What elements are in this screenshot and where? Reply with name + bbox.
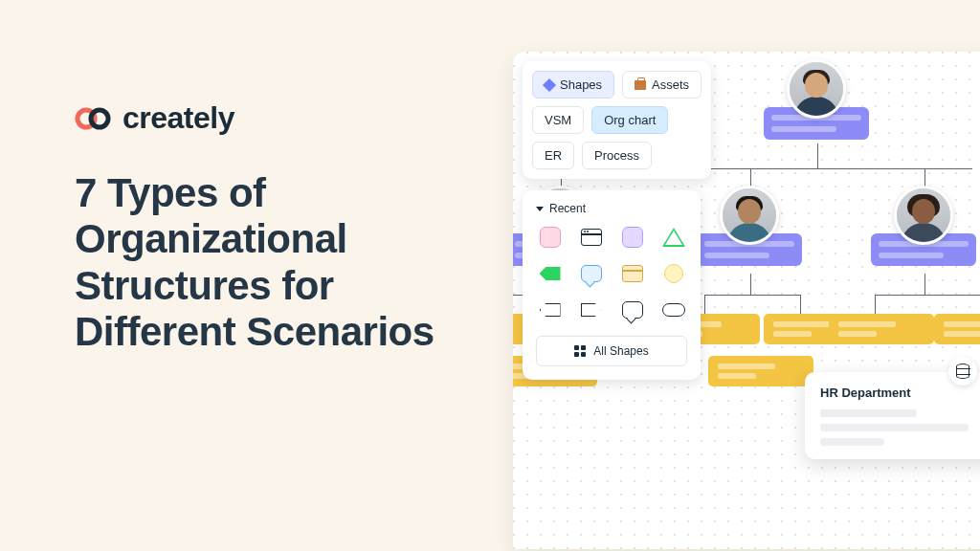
org-node-root[interactable] xyxy=(764,59,869,140)
tab-label: Shapes xyxy=(560,77,602,92)
org-node[interactable] xyxy=(697,186,802,266)
database-icon xyxy=(956,364,969,379)
all-shapes-label: All Shapes xyxy=(593,344,648,358)
shape-window[interactable] xyxy=(579,225,604,250)
placeholder-line xyxy=(820,438,884,446)
tab-label: Assets xyxy=(652,77,689,92)
shape-rounded-square[interactable] xyxy=(538,225,563,250)
shape-category-panel: Shapes Assets VSM Org chart ER Process xyxy=(523,61,711,179)
recent-header[interactable]: Recent xyxy=(536,202,687,215)
tab-er[interactable]: ER xyxy=(532,142,574,169)
hr-department-card[interactable]: HR Department xyxy=(805,372,980,459)
org-node[interactable] xyxy=(871,186,976,266)
tab-label: Org chart xyxy=(604,113,656,127)
placeholder-line xyxy=(820,424,969,431)
shape-window-2[interactable] xyxy=(620,261,645,286)
tab-assets[interactable]: Assets xyxy=(622,71,702,99)
shape-triangle[interactable] xyxy=(661,225,686,250)
org-subcard[interactable] xyxy=(934,314,980,344)
tab-org-chart[interactable]: Org chart xyxy=(591,106,668,134)
shape-pill[interactable] xyxy=(661,298,686,322)
diamond-icon xyxy=(543,77,556,91)
org-subcard[interactable] xyxy=(708,356,813,386)
caret-down-icon xyxy=(536,207,544,211)
shape-circle[interactable] xyxy=(661,261,686,286)
grid-icon xyxy=(574,345,586,357)
hr-card-title: HR Department xyxy=(820,386,980,400)
avatar xyxy=(720,186,779,245)
shape-outline-arrow-right[interactable] xyxy=(579,298,604,322)
tab-vsm[interactable]: VSM xyxy=(532,106,584,134)
tab-label: Process xyxy=(594,148,639,163)
logo: creately xyxy=(75,100,477,136)
shape-arrow-left[interactable] xyxy=(538,261,563,286)
shape-outline-speech[interactable] xyxy=(620,298,645,322)
shape-speech-bubble[interactable] xyxy=(579,261,604,286)
shape-outline-arrow-left[interactable] xyxy=(538,298,563,322)
avatar xyxy=(787,59,846,119)
placeholder-line xyxy=(820,409,917,417)
page-title: 7 Types of Organizational Structures for… xyxy=(75,170,477,355)
tab-label: VSM xyxy=(545,113,571,127)
recent-label: Recent xyxy=(549,202,586,215)
logo-text: creately xyxy=(122,100,234,136)
all-shapes-button[interactable]: All Shapes xyxy=(536,336,687,366)
avatar xyxy=(894,186,953,245)
app-canvas[interactable]: Shapes Assets VSM Org chart ER Process R… xyxy=(513,52,980,549)
shape-rounded-square-2[interactable] xyxy=(620,225,645,250)
database-icon-badge xyxy=(948,357,977,386)
briefcase-icon xyxy=(635,80,646,90)
shape-picker-panel: Recent All Shapes xyxy=(523,190,701,380)
org-subcard[interactable] xyxy=(829,314,934,344)
tab-shapes[interactable]: Shapes xyxy=(532,71,614,99)
tab-process[interactable]: Process xyxy=(582,142,652,169)
tab-label: ER xyxy=(545,148,562,163)
logo-icon xyxy=(75,105,117,132)
